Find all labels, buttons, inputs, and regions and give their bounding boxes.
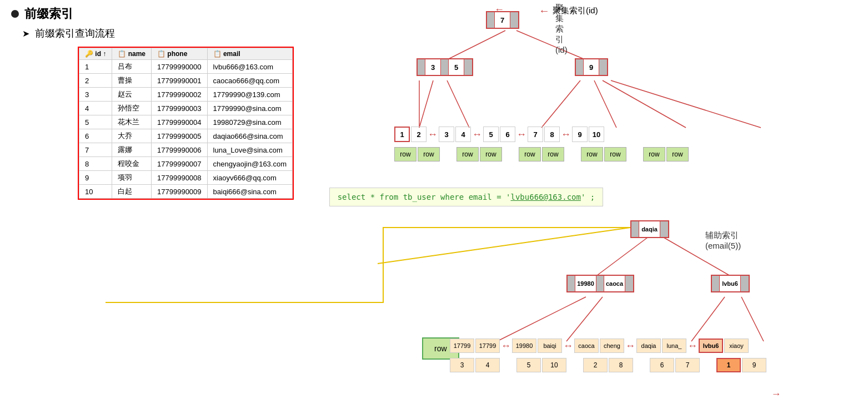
svg-line-2	[419, 80, 433, 128]
table-cell: 19980729@sina.com	[207, 115, 292, 129]
svg-line-13	[691, 297, 725, 341]
col-email: 📋 email	[207, 48, 292, 60]
bottom-arrow: ↑	[771, 392, 782, 397]
table-cell: 6	[79, 129, 112, 143]
table-cell: daqiao666@sina.com	[207, 129, 292, 143]
table-cell: 10	[79, 185, 112, 199]
table-cell: 17799990@139.com	[207, 88, 292, 102]
diagram-area: 聚集索引(id) ← 7 3 5 9	[378, 0, 866, 404]
table-cell: 17799990009	[152, 185, 208, 199]
clustered-l1-left: 3 5	[417, 58, 473, 76]
table-cell: 项羽	[112, 171, 152, 185]
table-cell: 17799990007	[152, 157, 208, 171]
table-cell: 9	[79, 171, 112, 185]
svg-line-5	[541, 80, 580, 128]
aux-leaf-vals: 3 4 5 10 2 8 6 7 1 9	[450, 358, 766, 372]
svg-line-7	[603, 80, 686, 128]
table-cell: 4	[79, 102, 112, 115]
table-cell: 白起	[112, 185, 152, 199]
table-cell: 17799990008	[152, 171, 208, 185]
table-cell: 吕布	[112, 60, 152, 74]
table-cell: xiaoyv666@qq.com	[207, 171, 292, 185]
table-cell: 露娜	[112, 143, 152, 157]
table-cell: 17799990004	[152, 115, 208, 129]
svg-line-1	[516, 31, 589, 61]
aux-root: daqia	[630, 220, 669, 238]
aux-l1-left: 19980 caoca	[566, 275, 634, 292]
table-cell: 17799990001	[152, 74, 208, 88]
table-cell: 孙悟空	[112, 102, 152, 115]
col-id: 🔑 id ↑	[79, 48, 112, 60]
table-cell: 大乔	[112, 129, 152, 143]
svg-line-6	[594, 80, 616, 128]
table-cell: 3	[79, 88, 112, 102]
clustered-l1-right: 9	[575, 58, 608, 76]
table-cell: 17799990@sina.com	[207, 102, 292, 115]
data-table: 🔑 id ↑ 📋 name 📋 phone 📋 email 1吕布1779999…	[78, 47, 294, 200]
bullet-icon	[11, 10, 19, 18]
table-cell: chengyaojin@163.com	[207, 157, 292, 171]
table-cell: 5	[79, 115, 112, 129]
clustered-root: 7	[486, 11, 519, 29]
table-cell: 1	[79, 60, 112, 74]
table-cell: 程咬金	[112, 157, 152, 171]
aux-leaf-keys: 17799 17799 ↔ 19980 baiqi ↔ caoca cheng …	[450, 339, 749, 353]
table-cell: 2	[79, 74, 112, 88]
table-cell: 7	[79, 143, 112, 157]
arrow-icon: ➤	[22, 28, 29, 39]
table-cell: lvbu666@163.com	[207, 60, 292, 74]
red-arrow-icon: ←	[539, 4, 550, 17]
svg-line-9	[594, 236, 650, 277]
leaf-keys-row: 1 2 ↔ 3 4 ↔ 5 6 ↔ 7 8 ↔ 9 10	[394, 127, 604, 142]
table-cell: 8	[79, 157, 112, 171]
svg-line-14	[741, 297, 764, 341]
clustered-label-row: ← 聚集索引(id)	[539, 4, 598, 17]
table-cell: 曹操	[112, 74, 152, 88]
aux-l1-right: lvbu6	[711, 275, 750, 292]
col-phone: 📋 phone	[152, 48, 208, 60]
col-name: 📋 name	[112, 48, 152, 60]
table-cell: 17799990002	[152, 88, 208, 102]
svg-line-12	[566, 297, 603, 341]
table-cell: 17799990006	[152, 143, 208, 157]
table-cell: caocao666@qq.com	[207, 74, 292, 88]
svg-line-0	[444, 31, 505, 61]
table-cell: 17799990003	[152, 102, 208, 115]
table-cell: 赵云	[112, 88, 152, 102]
table-cell: 17799990005	[152, 129, 208, 143]
table-cell: 17799990000	[152, 60, 208, 74]
svg-line-8	[611, 80, 761, 128]
table-cell: 花木兰	[112, 115, 152, 129]
table-cell: luna_Love@sina.com	[207, 143, 292, 157]
svg-line-11	[497, 297, 586, 341]
table-cell: baiqi666@sina.com	[207, 185, 292, 199]
leaf-rows-row: row row row row row row row row row row	[394, 147, 689, 161]
svg-line-3	[447, 80, 469, 128]
